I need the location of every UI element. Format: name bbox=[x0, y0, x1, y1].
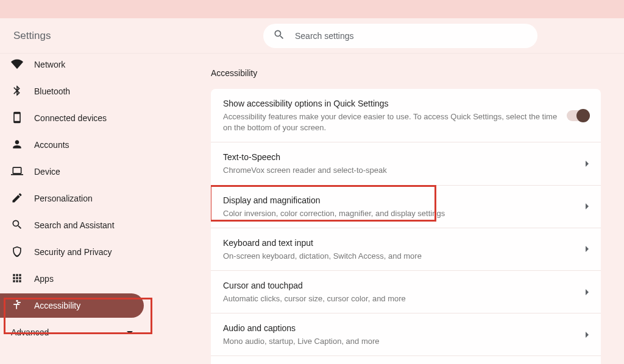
row-cursor-touchpad[interactable]: Cursor and touchpad Automatic clicks, cu… bbox=[211, 271, 601, 313]
chevron-right-icon bbox=[586, 332, 589, 338]
apps-icon bbox=[11, 272, 23, 286]
chevron-right-icon bbox=[586, 161, 589, 167]
search-icon bbox=[273, 29, 285, 43]
sidebar-item-label: Security and Privacy bbox=[34, 247, 112, 257]
row-sub: Accessibility features make your device … bbox=[223, 111, 561, 133]
sidebar-item-connected[interactable]: Connected devices bbox=[0, 106, 144, 130]
row-title: Show accessibility options in Quick Sett… bbox=[223, 97, 561, 110]
sidebar-item-label: Accounts bbox=[34, 140, 69, 150]
row-web-store[interactable]: Find more accessibility tools in the Chr… bbox=[211, 356, 601, 364]
row-sub: Mono audio, startup, Live Caption, and m… bbox=[223, 336, 580, 347]
laptop-icon bbox=[11, 165, 23, 179]
sidebar-item-label: Search and Assistant bbox=[34, 220, 115, 230]
wifi-icon bbox=[11, 58, 23, 72]
edit-icon bbox=[11, 192, 23, 206]
sidebar-item-search[interactable]: Search and Assistant bbox=[0, 213, 144, 237]
search-box[interactable] bbox=[263, 24, 537, 48]
sidebar-item-accounts[interactable]: Accounts bbox=[0, 133, 144, 157]
sidebar-item-bluetooth[interactable]: Bluetooth bbox=[0, 79, 144, 103]
toggle-knob bbox=[576, 109, 590, 122]
row-title: Display and magnification bbox=[223, 194, 580, 207]
bluetooth-icon bbox=[11, 85, 23, 99]
row-sub: ChromeVox screen reader and select-to-sp… bbox=[223, 165, 580, 176]
row-quick-settings[interactable]: Show accessibility options in Quick Sett… bbox=[211, 89, 601, 142]
sidebar-item-security[interactable]: Security and Privacy bbox=[0, 240, 144, 264]
settings-card: Show accessibility options in Quick Sett… bbox=[211, 89, 601, 364]
row-text-to-speech[interactable]: Text-to-Speech ChromeVox screen reader a… bbox=[211, 142, 601, 185]
sidebar-item-network[interactable]: Network bbox=[0, 54, 144, 77]
sidebar-item-label: Accessibility bbox=[34, 301, 80, 310]
sidebar-item-label: Bluetooth bbox=[34, 86, 70, 96]
shield-icon bbox=[11, 245, 23, 259]
main-panel: Accessibility Show accessibility options… bbox=[171, 54, 624, 364]
row-sub: On-screen keyboard, dictation, Switch Ac… bbox=[223, 251, 580, 262]
row-title: Cursor and touchpad bbox=[223, 279, 580, 292]
sidebar-item-apps[interactable]: Apps bbox=[0, 267, 144, 291]
accessibility-icon bbox=[11, 299, 23, 313]
header-title: Settings bbox=[13, 30, 51, 42]
chevron-right-icon bbox=[586, 289, 589, 295]
svg-point-0 bbox=[16, 299, 18, 301]
row-title: Audio and captions bbox=[223, 322, 580, 335]
chevron-right-icon bbox=[586, 203, 589, 209]
advanced-label: Advanced bbox=[11, 327, 49, 337]
header-bar: Settings bbox=[0, 18, 624, 54]
section-title: Accessibility bbox=[211, 68, 613, 78]
row-sub: Automatic clicks, cursor size, cursor co… bbox=[223, 293, 580, 304]
phone-icon bbox=[11, 111, 23, 125]
sidebar: Network Bluetooth Connected devices Acco… bbox=[0, 54, 171, 364]
sidebar-item-label: Personalization bbox=[34, 194, 93, 203]
search-input[interactable] bbox=[295, 31, 528, 41]
sidebar-item-label: Connected devices bbox=[34, 113, 107, 123]
sidebar-item-label: Network bbox=[34, 60, 65, 69]
sidebar-item-personalization[interactable]: Personalization bbox=[0, 186, 144, 211]
sidebar-item-accessibility[interactable]: Accessibility bbox=[0, 293, 144, 318]
chevron-down-icon bbox=[127, 331, 133, 334]
search-icon bbox=[11, 219, 23, 233]
quick-settings-toggle[interactable] bbox=[567, 110, 589, 121]
row-audio-captions[interactable]: Audio and captions Mono audio, startup, … bbox=[211, 313, 601, 356]
row-display-magnification[interactable]: Display and magnification Color inversio… bbox=[211, 186, 601, 228]
advanced-expander[interactable]: Advanced bbox=[0, 320, 144, 345]
sidebar-item-label: Apps bbox=[34, 274, 54, 284]
row-title: Keyboard and text input bbox=[223, 237, 580, 250]
top-strip bbox=[0, 0, 624, 18]
person-icon bbox=[11, 138, 23, 152]
row-sub: Color inversion, color correction, magni… bbox=[223, 208, 580, 219]
chevron-right-icon bbox=[586, 246, 589, 252]
row-title: Text-to-Speech bbox=[223, 151, 580, 164]
sidebar-item-device[interactable]: Device bbox=[0, 159, 144, 184]
sidebar-item-label: Device bbox=[34, 167, 60, 177]
row-keyboard-text[interactable]: Keyboard and text input On-screen keyboa… bbox=[211, 228, 601, 271]
search-wrap bbox=[263, 24, 537, 48]
